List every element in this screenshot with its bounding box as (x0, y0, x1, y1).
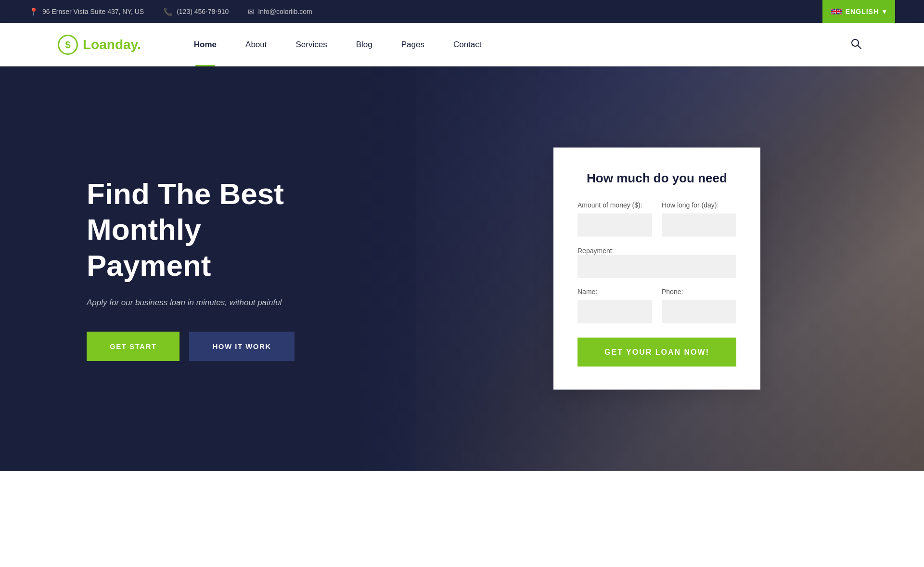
hero-content: Find The Best Monthly Payment Apply for … (0, 176, 327, 361)
duration-group: How long for (day): (662, 201, 736, 237)
duration-label: How long for (day): (662, 201, 736, 209)
phone-text: (123) 456-78-910 (177, 8, 229, 15)
nav-links: Home About Services Blog Pages Contact (180, 23, 846, 66)
form-row-1: Amount of money ($): How long for (day): (578, 201, 736, 237)
nav-blog[interactable]: Blog (342, 23, 387, 66)
flag-icon (831, 8, 842, 15)
email-item: ✉ Info@colorlib.com (248, 7, 312, 16)
name-input[interactable] (578, 300, 652, 323)
email-text: Info@colorlib.com (258, 8, 312, 15)
svg-line-1 (858, 45, 861, 49)
amount-label: Amount of money ($): (578, 201, 652, 209)
logo-text: Loanday. (83, 37, 141, 52)
navbar: $ Loanday. Home About Services Blog Page… (0, 23, 924, 66)
get-start-button[interactable]: GET START (87, 332, 180, 361)
phone-group: Phone: (662, 288, 736, 323)
logo[interactable]: $ Loanday. (58, 35, 141, 55)
phone-item: 📞 (123) 456-78-910 (163, 7, 229, 16)
hero-buttons: GET START HOW IT WORK (87, 332, 327, 361)
phone-input[interactable] (662, 300, 736, 323)
language-button[interactable]: ENGLISH ▾ (822, 0, 895, 23)
location-icon: 📍 (29, 7, 38, 16)
loan-form-title: How much do you need (578, 171, 736, 186)
nav-services[interactable]: Services (282, 23, 342, 66)
lang-chevron: ▾ (883, 8, 886, 15)
form-row-2: Name: Phone: (578, 288, 736, 323)
loan-form: How much do you need Amount of money ($)… (553, 148, 760, 390)
how-it-work-button[interactable]: HOW IT WORK (189, 332, 294, 361)
nav-home[interactable]: Home (180, 23, 231, 66)
email-icon: ✉ (248, 7, 254, 16)
search-icon[interactable] (846, 39, 866, 52)
phone-icon: 📞 (163, 7, 173, 16)
repayment-label: Repayment: (578, 247, 614, 255)
topbar: 📍 96 Ernser Vista Suite 437, NY, US 📞 (1… (0, 0, 924, 23)
repayment-row: Repayment: (578, 246, 736, 278)
address-item: 📍 96 Ernser Vista Suite 437, NY, US (29, 7, 144, 16)
logo-icon: $ (58, 35, 78, 55)
submit-loan-button[interactable]: GET YOUR LOAN NOW! (578, 338, 736, 367)
nav-contact[interactable]: Contact (439, 23, 496, 66)
nav-pages[interactable]: Pages (387, 23, 439, 66)
hero-subtitle: Apply for our business loan in minutes, … (87, 298, 327, 308)
hero-section: Find The Best Monthly Payment Apply for … (0, 66, 924, 471)
address-text: 96 Ernser Vista Suite 437, NY, US (42, 8, 144, 15)
repayment-input[interactable] (578, 255, 736, 278)
nav-about[interactable]: About (231, 23, 281, 66)
hero-title: Find The Best Monthly Payment (87, 176, 327, 284)
amount-input[interactable] (578, 214, 652, 237)
name-label: Name: (578, 288, 652, 296)
amount-group: Amount of money ($): (578, 201, 652, 237)
phone-label: Phone: (662, 288, 736, 296)
duration-input[interactable] (662, 214, 736, 237)
name-group: Name: (578, 288, 652, 323)
lang-label: ENGLISH (846, 8, 879, 15)
